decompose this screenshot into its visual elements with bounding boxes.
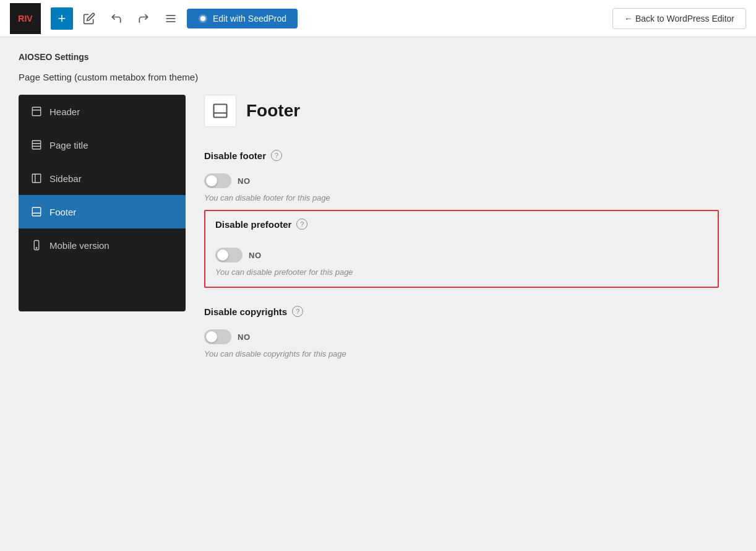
content-area: Footer Disable footer ? NO You can disab… <box>186 95 737 366</box>
disable-prefooter-highlight-box: Disable prefooter ? NO You can disable p… <box>204 210 719 288</box>
edit-button[interactable] <box>78 7 100 30</box>
footer-header-icon <box>204 95 236 127</box>
svg-rect-6 <box>32 141 41 149</box>
mobile-icon <box>31 240 42 251</box>
menu-button[interactable] <box>160 7 182 30</box>
disable-prefooter-label-row: Disable prefooter ? <box>215 219 708 237</box>
disable-copyrights-toggle[interactable] <box>204 329 231 344</box>
sidebar-item-footer[interactable]: Footer <box>19 195 186 228</box>
disable-prefooter-hint: You can disable prefooter for this page <box>215 267 708 277</box>
sidebar-item-footer-label: Footer <box>49 207 76 217</box>
disable-copyrights-section: Disable copyrights ? NO You can disable … <box>204 298 719 358</box>
disable-copyrights-toggle-label: NO <box>238 332 251 342</box>
undo-button[interactable] <box>105 7 127 30</box>
redo-icon <box>137 12 150 25</box>
disable-copyrights-label: Disable copyrights <box>204 306 287 317</box>
disable-prefooter-toggle-label: NO <box>249 251 262 260</box>
undo-icon <box>110 12 122 25</box>
disable-copyrights-help-icon[interactable]: ? <box>292 306 303 317</box>
sidebar-item-page-title[interactable]: Page title <box>19 128 186 162</box>
disable-footer-label: Disable footer <box>204 150 266 161</box>
sidebar-item-mobile-label: Mobile version <box>49 240 110 251</box>
disable-footer-toggle-row: NO <box>204 173 719 188</box>
disable-prefooter-label: Disable prefooter <box>215 219 291 230</box>
redo-button[interactable] <box>132 7 155 30</box>
disable-footer-help-icon[interactable]: ? <box>271 150 282 161</box>
footer-svg-icon <box>212 102 229 119</box>
disable-footer-section: Disable footer ? NO You can disable foot… <box>204 142 719 202</box>
disable-copyrights-hint: You can disable copyrights for this page <box>204 349 719 358</box>
section-title: Page Setting (custom metabox from theme) <box>19 72 737 82</box>
sidebar-item-sidebar[interactable]: Sidebar <box>19 162 186 195</box>
footer-icon <box>31 206 42 217</box>
settings-sidebar: Header Page title Sidebar Footer <box>19 95 186 311</box>
svg-rect-9 <box>32 174 41 183</box>
edit-with-seedprod-button[interactable]: Edit with SeedProd <box>187 9 298 28</box>
toggle-thumb <box>217 249 228 261</box>
sidebar-item-header[interactable]: Header <box>19 95 186 128</box>
toggle-thumb <box>206 331 217 342</box>
logo: RIV <box>10 3 41 34</box>
toggle-thumb <box>206 175 217 186</box>
sidebar-item-page-title-label: Page title <box>49 140 88 150</box>
page-title: Footer <box>246 101 300 121</box>
disable-prefooter-help-icon[interactable]: ? <box>296 219 307 230</box>
disable-copyrights-label-row: Disable copyrights ? <box>204 298 719 324</box>
add-button[interactable]: + <box>51 7 73 30</box>
toolbar: RIV + Edit with SeedProd ← Back to WordP… <box>0 0 756 37</box>
sidebar-icon <box>31 173 42 184</box>
svg-point-14 <box>36 248 37 249</box>
disable-footer-toggle-label: NO <box>238 176 251 186</box>
svg-rect-15 <box>214 105 227 118</box>
back-to-wp-editor-button[interactable]: ← Back to WordPress Editor <box>612 8 746 29</box>
sidebar-item-header-label: Header <box>49 106 80 117</box>
sidebar-item-sidebar-label: Sidebar <box>49 173 82 184</box>
seedprod-icon <box>198 14 208 24</box>
page-title-icon <box>31 139 42 150</box>
disable-prefooter-toggle-row: NO <box>215 248 708 262</box>
sidebar-item-mobile-version[interactable]: Mobile version <box>19 228 186 262</box>
logo-text: RIV <box>18 14 32 24</box>
svg-rect-11 <box>32 207 41 216</box>
disable-prefooter-toggle[interactable] <box>215 248 243 262</box>
prefooter-divider <box>215 240 708 240</box>
menu-icon <box>165 12 177 25</box>
aioseo-label: AIOSEO Settings <box>19 52 737 62</box>
disable-footer-toggle[interactable] <box>204 173 231 188</box>
svg-rect-4 <box>32 107 41 116</box>
disable-footer-hint: You can disable footer for this page <box>204 193 719 202</box>
content-page-header: Footer <box>204 95 719 127</box>
page-content: AIOSEO Settings Page Setting (custom met… <box>0 37 756 381</box>
header-icon <box>31 106 42 117</box>
disable-footer-label-row: Disable footer ? <box>204 142 719 168</box>
settings-layout: Header Page title Sidebar Footer <box>19 95 737 366</box>
disable-copyrights-toggle-row: NO <box>204 329 719 344</box>
back-to-wp-label: ← Back to WordPress Editor <box>624 14 734 24</box>
seedprod-label: Edit with SeedProd <box>213 14 286 24</box>
pencil-icon <box>83 12 95 25</box>
